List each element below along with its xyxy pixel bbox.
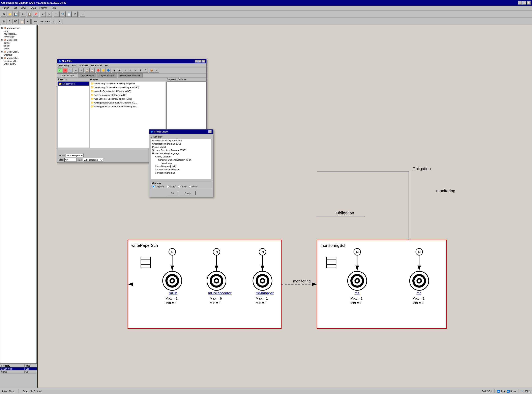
me-close[interactable]: ✕ — [202, 60, 205, 63]
menu-view[interactable]: View — [19, 6, 27, 10]
cg-radio-table[interactable]: Table — [178, 185, 187, 188]
tree-node-author[interactable]: author — [4, 41, 36, 44]
tab-metamodel-browser[interactable]: Metamodel Browser — [118, 73, 143, 78]
me-x-btn[interactable]: ✕ — [63, 68, 68, 73]
cg-radio-matrix[interactable]: Matrix — [166, 185, 176, 188]
me-menu-edit[interactable]: Edit — [71, 64, 77, 67]
tree-node-moisesché[interactable]: ⊟ ⊕ MoiseSche... — [1, 56, 36, 60]
me-graph-6[interactable]: 📁 writing paper: Scheme Structural Diagr… — [90, 104, 166, 108]
tool2-2[interactable]: 8 — [7, 19, 12, 24]
me-tb4[interactable]: 🟡 — [101, 68, 106, 73]
tree-node-monitorings[interactable]: monitoringS... — [4, 60, 36, 62]
me-tree-select[interactable]: All subgraphs — [83, 158, 103, 162]
menu-help[interactable]: Help — [49, 6, 57, 10]
zoom-btn[interactable]: 🔍 — [60, 11, 66, 17]
snap-checkbox[interactable] — [497, 390, 500, 393]
maximize-button[interactable]: □ — [522, 1, 526, 5]
me-tb13[interactable]: 📦 — [149, 68, 154, 73]
menu-format[interactable]: Format — [38, 6, 49, 10]
me-undo[interactable]: ↩ — [74, 68, 78, 73]
me-graph-3[interactable]: 📁 wp: Organizational Diagram (OD) — [90, 93, 166, 97]
cg-radio-none-input[interactable] — [189, 185, 192, 188]
main-canvas[interactable]: writePaperSch N N N — [37, 25, 532, 388]
tree-node-writepaper[interactable]: writePaper... — [4, 62, 36, 65]
tool2-10[interactable]: ↗ — [57, 19, 63, 24]
tool2-7[interactable]: •→ — [39, 19, 44, 24]
tool2-5[interactable]: ✦ — [25, 19, 31, 24]
close-button[interactable]: ✕ — [527, 1, 531, 5]
me-minimize[interactable]: _ — [195, 60, 198, 63]
cg-radio-diagram-input[interactable] — [152, 185, 155, 188]
me-tb7[interactable]: ◆ — [117, 68, 122, 73]
me-tb9[interactable]: ⤡ — [128, 68, 133, 73]
me-tb6[interactable]: ▣ — [112, 68, 117, 73]
cg-types-list[interactable]: GoalStructuralDiagram (SGD) Organization… — [151, 139, 211, 179]
cg-type-9[interactable]: Communication Diagram — [151, 168, 211, 171]
cg-radio-table-input[interactable] — [178, 185, 181, 188]
me-tb14[interactable]: 🏷 — [154, 68, 159, 73]
new-btn[interactable]: 🖨 — [1, 11, 6, 17]
show-check[interactable]: Show — [507, 390, 516, 393]
me-tb1[interactable]: 📋 — [85, 68, 90, 73]
cg-radio-matrix-input[interactable] — [166, 185, 169, 188]
cut-btn[interactable]: ✂ — [21, 11, 26, 17]
delete-btn[interactable]: ✕ — [80, 11, 85, 17]
me-tb10[interactable]: ↗ — [133, 68, 138, 73]
cg-type-0[interactable]: GoalStructuralDiagram (SGD) — [151, 139, 211, 142]
cg-close[interactable]: ✕ — [209, 130, 212, 133]
me-tb8[interactable]: → — [123, 68, 128, 73]
me-check-btn[interactable]: ✔ — [57, 68, 63, 73]
tree-node-moisegrou[interactable]: ⊟ ⊕ MoiseGrou... — [1, 50, 36, 53]
tool2-3[interactable]: 88 — [13, 19, 19, 24]
open-btn[interactable]: 📁 — [7, 11, 12, 17]
cg-type-5[interactable]: Activity Diagram — [151, 155, 211, 158]
me-graph-1[interactable]: 📁 Monitoring: SchemeFunctionalDiagram (S… — [90, 85, 166, 89]
me-tb12[interactable]: ↰ — [143, 68, 148, 73]
tree-node-writer[interactable]: writer — [4, 47, 36, 50]
tree-node-mbib[interactable]: mBib — [4, 30, 36, 32]
tool2-8[interactable]: ←•→ — [45, 19, 50, 24]
tree-node-wpgroup[interactable]: wpgroup — [4, 53, 36, 56]
tool2-6[interactable]: ←• — [33, 19, 38, 24]
cg-type-2[interactable]: Project Model — [151, 145, 211, 149]
minimize-button[interactable]: _ — [518, 1, 522, 5]
cg-type-7[interactable]: Monitoring — [151, 161, 211, 165]
cg-ok-button[interactable]: Ok — [166, 191, 178, 195]
save-btn[interactable]: 💾 — [13, 11, 19, 17]
me-tb3[interactable]: 🔴 — [96, 68, 101, 73]
copy-btn[interactable]: 📋 — [26, 11, 32, 17]
cg-type-3[interactable]: Scheme Structural Diagram (SSD) — [151, 149, 211, 152]
tab-type-browser[interactable]: Type Browser — [78, 73, 96, 78]
tree-node-mcollab[interactable]: mCollabora... — [4, 32, 36, 35]
print-btn[interactable]: 🖹 — [72, 11, 78, 17]
tab-graph-browser[interactable]: Graph Browser — [57, 73, 77, 78]
me-filter-input[interactable] — [64, 158, 77, 162]
me-projects-list[interactable]: 📁 MoiseProject — [57, 82, 89, 148]
cg-radio-none[interactable]: None — [189, 185, 197, 188]
cg-type-8[interactable]: Class Diagram [UML] — [151, 165, 211, 168]
cg-type-10[interactable]: Component Diagram — [151, 171, 211, 174]
me-tool1[interactable]: 🔧 — [68, 68, 73, 73]
me-menu-browsers[interactable]: Browsers — [78, 64, 89, 67]
me-menu-repository[interactable]: Repository — [57, 64, 71, 67]
cg-type-4[interactable]: Unified Modeling Language — [151, 152, 211, 155]
cg-type-6[interactable]: SchemeFunctionalDiagram (SFD) — [151, 158, 211, 161]
me-graph-0[interactable]: 📁 monitoring: GoalStructuralDiagram (SGD… — [90, 82, 166, 85]
tree-root[interactable]: ⊟ ⊕ MoiseMission — [1, 26, 36, 30]
snap-check[interactable]: Snap — [497, 390, 506, 393]
undo-btn[interactable]: ↩ — [40, 11, 46, 17]
menu-types[interactable]: Types — [28, 6, 37, 10]
tree-node-mmanager[interactable]: mManager — [4, 35, 36, 38]
redo-btn[interactable]: ↪ — [46, 11, 52, 17]
show-checkbox[interactable] — [507, 390, 510, 393]
me-menu-metamodel[interactable]: Metamodel — [90, 64, 103, 67]
tree-node-editor[interactable]: editor — [4, 44, 36, 47]
menu-edit[interactable]: Edit — [11, 6, 19, 10]
me-tb5[interactable]: 🔵 — [106, 68, 111, 73]
me-default-select[interactable]: MoiseProject — [66, 154, 83, 157]
menu-graph[interactable]: Graph — [1, 6, 11, 10]
project-tree[interactable]: ⊟ ⊕ MoiseMission mBib mCollabora... mMan… — [0, 25, 37, 364]
me-maximize[interactable]: □ — [198, 60, 202, 63]
tool2-9[interactable]: ↑ — [51, 19, 56, 24]
tool2-1[interactable]: ⊙ — [1, 19, 6, 24]
